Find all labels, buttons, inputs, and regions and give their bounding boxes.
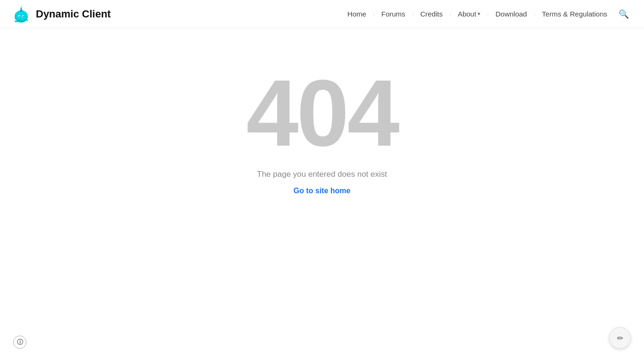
search-icon: 🔍 xyxy=(619,9,629,19)
site-logo-link[interactable]: Dynamic Client xyxy=(11,4,111,24)
nav-sep-5: · xyxy=(534,10,536,18)
nav-sep-2: · xyxy=(412,10,414,18)
edit-icon: ✏ xyxy=(617,334,623,343)
svg-point-5 xyxy=(19,16,20,16)
main-nav: Home · Forums · Credits · About ▾ · Down… xyxy=(344,6,633,22)
main-content: 404 The page you entered does not exist … xyxy=(0,28,644,233)
site-header: Dynamic Client Home · Forums · Credits ·… xyxy=(0,0,644,28)
info-button[interactable]: ⓘ xyxy=(13,336,26,349)
nav-forums[interactable]: Forums xyxy=(378,7,409,21)
nav-credits[interactable]: Credits xyxy=(416,7,446,21)
nav-home[interactable]: Home xyxy=(344,7,370,21)
svg-point-1 xyxy=(16,10,27,21)
chevron-down-icon: ▾ xyxy=(478,11,480,17)
error-message: The page you entered does not exist xyxy=(257,170,387,179)
nav-sep-1: · xyxy=(373,10,375,18)
go-home-link[interactable]: Go to site home xyxy=(294,187,351,195)
error-code: 404 xyxy=(246,66,398,160)
nav-terms[interactable]: Terms & Regulations xyxy=(538,7,611,21)
nav-sep-3: · xyxy=(449,10,451,18)
nav-download[interactable]: Download xyxy=(492,7,531,21)
svg-point-6 xyxy=(23,16,24,16)
nav-sep-4: · xyxy=(487,10,489,18)
logo-icon xyxy=(11,4,31,24)
search-button[interactable]: 🔍 xyxy=(615,6,633,22)
edit-button[interactable]: ✏ xyxy=(609,327,631,349)
svg-marker-2 xyxy=(20,6,23,12)
site-title: Dynamic Client xyxy=(36,8,111,20)
info-icon: ⓘ xyxy=(17,338,23,346)
nav-about[interactable]: About ▾ xyxy=(454,7,484,21)
